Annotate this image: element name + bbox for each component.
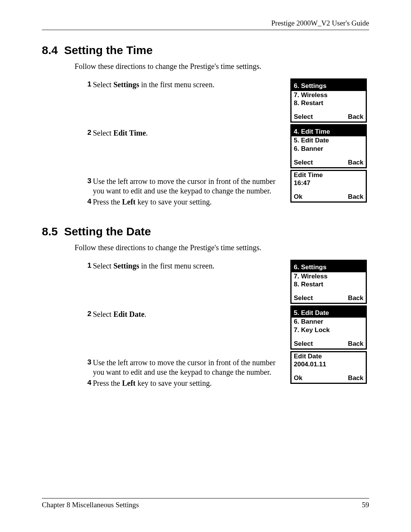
step-number: 1: [83, 261, 91, 270]
text: Select: [93, 80, 113, 89]
step-3: 3 Use the left arrow to move the cursor …: [83, 177, 287, 196]
text-bold: Left: [122, 198, 136, 206]
step-1: 1 Select Settings in the first menu scre…: [83, 261, 287, 271]
spacer: [83, 321, 287, 356]
lcd-screen-edit-time: 4. Edit Time 5. Edit Date 6. Banner Sele…: [290, 124, 367, 168]
lcd-row: 6. Banner: [292, 145, 366, 153]
step-number: 4: [83, 197, 91, 206]
spacer: [83, 272, 287, 308]
step-text: Press the Left key to save your setting.: [93, 379, 212, 388]
softkey-right: Back: [348, 159, 363, 166]
step-text: Select Settings in the first menu screen…: [93, 80, 214, 89]
lcd-row: Edit Time: [292, 171, 366, 179]
lcd-row: 5. Edit Date: [292, 136, 366, 145]
step-number: 3: [83, 358, 91, 366]
doc-title: Prestige 2000W_V2 User's Guide: [271, 19, 369, 27]
spacer: [292, 289, 366, 294]
section-title: Setting the Date: [64, 225, 151, 238]
section-heading-time: 8.4 Setting the Time: [42, 44, 369, 57]
softkey-left: Ok: [294, 193, 303, 201]
step-4: 4 Press the Left key to save your settin…: [83, 379, 287, 388]
softkey-right: Back: [348, 340, 363, 348]
step-3: 3 Use the left arrow to move the cursor …: [83, 358, 287, 377]
screens-column: 6. Settings 7. Wireless 8. Restart Selec…: [290, 260, 369, 385]
footer-page-number: 59: [362, 501, 369, 509]
lcd-softkeys: Ok Back: [292, 193, 366, 201]
text: Select: [93, 129, 113, 137]
steps-column: 1 Select Settings in the first menu scre…: [83, 78, 290, 208]
lcd-title: 4. Edit Time: [292, 127, 366, 137]
spacer: [83, 139, 287, 175]
lcd-row: 8. Restart: [292, 280, 366, 289]
step-2: 2 Select Edit Time.: [83, 128, 287, 138]
lcd-softkeys: Select Back: [292, 340, 366, 348]
step-text: Use the left arrow to move the cursor in…: [93, 358, 287, 377]
lcd-softkeys: Select Back: [292, 294, 366, 303]
text: in the first menu screen.: [139, 262, 215, 270]
text-bold: Settings: [113, 262, 139, 270]
lcd-screen-settings: 6. Settings 7. Wireless 8. Restart Selec…: [290, 260, 367, 304]
step-number: 4: [83, 379, 91, 387]
text: .: [145, 310, 147, 318]
text: in the first menu screen.: [139, 80, 215, 89]
step-number: 2: [83, 128, 91, 137]
steps-block-time: 1 Select Settings in the first menu scre…: [83, 78, 369, 208]
section-intro: Follow these directions to change the Pr…: [75, 62, 369, 71]
softkey-left: Select: [294, 159, 313, 166]
text-bold: Edit Date: [113, 310, 145, 318]
section-number: 8.5: [42, 225, 58, 238]
lcd-row: 6. Banner: [292, 318, 366, 326]
text: Press the: [93, 198, 122, 206]
spacer: [83, 91, 287, 127]
lcd-softkeys: Select Back: [292, 158, 366, 167]
spacer: [292, 334, 366, 340]
lcd-title: 6. Settings: [292, 263, 366, 272]
step-text: Press the Left key to save your setting.: [93, 197, 212, 207]
text: .: [146, 129, 148, 137]
section-number: 8.4: [42, 44, 58, 56]
spacer: [292, 187, 366, 193]
step-text: Select Edit Time.: [93, 128, 148, 138]
steps-column: 1 Select Settings in the first menu scre…: [83, 260, 290, 390]
step-text: Use the left arrow to move the cursor in…: [93, 177, 287, 196]
lcd-title: 5. Edit Date: [292, 308, 366, 318]
lcd-screen-edit-date: 5. Edit Date 6. Banner 7. Key Lock Selec…: [290, 305, 367, 350]
softkey-left: Select: [294, 340, 313, 348]
lcd-screen-time-entry: Edit Time 16:47 Ok Back: [290, 170, 367, 203]
text-bold: Settings: [113, 80, 139, 89]
lcd-row: Edit Date: [292, 352, 366, 361]
text: key to save your setting.: [135, 198, 212, 206]
softkey-right: Back: [348, 113, 363, 121]
step-4: 4 Press the Left key to save your settin…: [83, 197, 287, 207]
softkey-left: Select: [294, 113, 313, 121]
lcd-softkeys: Ok Back: [292, 374, 366, 383]
text-bold: Left: [122, 379, 136, 387]
spacer: [292, 107, 366, 113]
spacer: [292, 153, 366, 158]
lcd-softkeys: Select Back: [292, 113, 366, 121]
page-footer: Chapter 8 Miscellaneous Settings 59: [42, 498, 369, 509]
step-number: 3: [83, 177, 91, 185]
softkey-right: Back: [348, 193, 363, 201]
step-text: Select Edit Date.: [93, 310, 147, 319]
lcd-title: 6. Settings: [292, 81, 366, 91]
page-header: Prestige 2000W_V2 User's Guide: [42, 19, 369, 30]
section-title: Setting the Time: [64, 44, 153, 56]
softkey-left: Select: [294, 294, 313, 302]
text: Press the: [93, 379, 122, 387]
softkey-left: Ok: [294, 374, 303, 382]
softkey-right: Back: [348, 374, 363, 382]
text-bold: Edit Time: [113, 129, 146, 137]
step-text: Select Settings in the first menu screen…: [93, 261, 214, 271]
step-number: 2: [83, 310, 91, 318]
section-intro: Follow these directions to change the Pr…: [75, 243, 369, 252]
page: Prestige 2000W_V2 User's Guide 8.4 Setti…: [0, 0, 411, 532]
lcd-row: 2004.01.11: [292, 360, 366, 369]
step-number: 1: [83, 80, 91, 88]
step-1: 1 Select Settings in the first menu scre…: [83, 80, 287, 89]
spacer: [42, 208, 369, 222]
steps-block-date: 1 Select Settings in the first menu scre…: [83, 260, 369, 390]
footer-chapter: Chapter 8 Miscellaneous Settings: [42, 501, 139, 509]
screens-column: 6. Settings 7. Wireless 8. Restart Selec…: [290, 78, 369, 204]
lcd-row: 7. Key Lock: [292, 326, 366, 334]
